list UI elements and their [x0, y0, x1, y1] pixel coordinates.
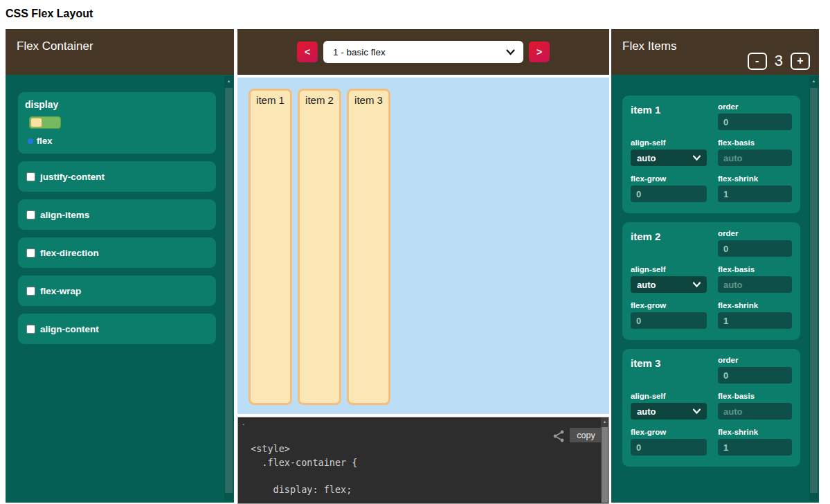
decrease-items-button[interactable]: - [748, 53, 767, 70]
flex-grow-input[interactable] [631, 312, 707, 329]
page-title: CSS Flex Layout [0, 0, 830, 29]
increase-items-button[interactable]: + [791, 53, 810, 70]
flex-shrink-input[interactable] [718, 439, 792, 456]
flex-basis-field: flex-basis [718, 138, 792, 166]
item-card-title: item 3 [631, 356, 707, 384]
code-cursor-dot: . [242, 417, 244, 427]
flex-item-3[interactable]: item 3 [347, 89, 390, 405]
right-panel-scrollbar[interactable]: ▲ [809, 76, 818, 501]
order-label: order [718, 356, 792, 364]
flex-shrink-input[interactable] [718, 186, 792, 202]
chevron-down-icon [506, 49, 515, 55]
flex-radio[interactable] [28, 138, 33, 144]
copy-button[interactable]: copy [570, 428, 602, 442]
flex-radio-label: flex [37, 136, 52, 146]
property-card-align-items[interactable]: align-items [18, 199, 216, 230]
flex-grow-field: flex-grow [631, 301, 707, 329]
align-self-select[interactable]: auto [631, 276, 707, 293]
item-card-title: item 2 [631, 229, 707, 257]
flex-basis-input[interactable] [718, 403, 792, 420]
order-input[interactable] [718, 114, 792, 130]
flex-wrap-checkbox[interactable] [26, 287, 35, 296]
flex-grow-input[interactable] [631, 186, 707, 202]
flex-grow-input[interactable] [631, 439, 707, 456]
flex-items-body: ▲ item 1 order align-self auto [611, 75, 819, 503]
flex-grow-label: flex-grow [631, 428, 707, 436]
flex-shrink-label: flex-shrink [718, 428, 792, 436]
align-self-select[interactable]: auto [631, 403, 707, 420]
align-self-label: align-self [631, 265, 707, 273]
flex-container-panel: Flex Container ▲ display flex justify-co… [6, 29, 234, 503]
flex-shrink-input[interactable] [718, 312, 792, 329]
align-content-label: align-content [40, 324, 99, 334]
align-content-checkbox[interactable] [26, 325, 35, 334]
chevron-down-icon [693, 408, 701, 414]
toggle-knob [30, 118, 42, 127]
code-scrollbar[interactable]: ▲ [601, 417, 608, 503]
order-field: order [718, 229, 792, 257]
align-self-field: align-self auto [631, 265, 707, 293]
left-panel-scrollbar[interactable]: ▲ [224, 76, 233, 501]
flex-wrap-label: flex-wrap [40, 286, 81, 296]
item-1-card: item 1 order align-self auto flex-basis [622, 96, 800, 213]
flex-basis-input[interactable] [718, 150, 792, 166]
align-self-value: auto [637, 280, 693, 290]
scroll-up-arrow-icon[interactable]: ▲ [601, 420, 608, 424]
flex-direction-checkbox[interactable] [26, 249, 35, 258]
preset-select-value: 1 - basic flex [333, 47, 506, 57]
align-items-checkbox[interactable] [26, 210, 35, 219]
code-scrollbar-thumb[interactable] [602, 427, 608, 503]
flex-basis-field: flex-basis [718, 392, 792, 420]
preset-select[interactable]: 1 - basic flex [323, 41, 523, 63]
flex-direction-label: flex-direction [40, 248, 99, 258]
property-card-flex-wrap[interactable]: flex-wrap [18, 276, 216, 306]
preset-prev-button[interactable]: < [297, 42, 318, 62]
flex-basis-input[interactable] [718, 276, 792, 293]
flex-basis-label: flex-basis [718, 265, 792, 273]
align-self-value: auto [637, 406, 693, 417]
flex-items-header: Flex Items - 3 + [611, 29, 819, 75]
flex-grow-field: flex-grow [631, 428, 707, 456]
flex-shrink-field: flex-shrink [718, 174, 792, 202]
align-self-field: align-self auto [631, 392, 707, 420]
align-self-label: align-self [631, 138, 707, 147]
items-count-controls: - 3 + [748, 52, 810, 70]
justify-content-checkbox[interactable] [26, 172, 35, 181]
preview-panel: < 1 - basic flex > item 1 item 2 item 3 … [237, 29, 609, 504]
justify-content-label: justify-content [40, 172, 105, 182]
order-input[interactable] [718, 240, 792, 257]
scroll-up-arrow-icon[interactable]: ▲ [224, 79, 233, 83]
property-card-align-content[interactable]: align-content [18, 314, 216, 344]
right-scrollbar-thumb[interactable] [810, 88, 818, 493]
flex-shrink-label: flex-shrink [718, 174, 792, 183]
main-layout: Flex Container ▲ display flex justify-co… [0, 29, 830, 504]
flex-container-header: Flex Container [6, 29, 234, 75]
flex-item-2[interactable]: item 2 [298, 89, 341, 405]
flex-items-title: Flex Items [622, 39, 676, 53]
flex-item-1[interactable]: item 1 [249, 89, 292, 405]
display-toggle-switch[interactable] [29, 116, 61, 129]
chevron-down-icon [693, 155, 701, 161]
flex-basis-label: flex-basis [718, 138, 792, 147]
flex-grow-field: flex-grow [631, 174, 707, 202]
left-scrollbar-thumb[interactable] [225, 88, 233, 493]
flex-basis-field: flex-basis [718, 265, 792, 293]
align-self-value: auto [637, 153, 693, 163]
flex-preview-container: item 1 item 2 item 3 [237, 78, 609, 414]
order-label: order [718, 102, 792, 111]
display-card: display flex [18, 92, 216, 154]
order-label: order [718, 229, 792, 237]
flex-container-title: Flex Container [17, 39, 93, 53]
items-count: 3 [775, 52, 783, 70]
share-icon[interactable] [552, 429, 566, 443]
property-card-flex-direction[interactable]: flex-direction [18, 237, 216, 268]
preset-header: < 1 - basic flex > [237, 29, 609, 75]
scroll-up-arrow-icon[interactable]: ▲ [809, 79, 818, 83]
align-self-select[interactable]: auto [631, 150, 707, 166]
display-label: display [25, 99, 209, 110]
order-input[interactable] [718, 367, 792, 384]
preset-next-button[interactable]: > [529, 42, 550, 62]
chevron-down-icon [693, 282, 701, 287]
property-card-justify-content[interactable]: justify-content [18, 161, 216, 192]
item-2-card: item 2 order align-self auto flex-basis [622, 222, 800, 340]
